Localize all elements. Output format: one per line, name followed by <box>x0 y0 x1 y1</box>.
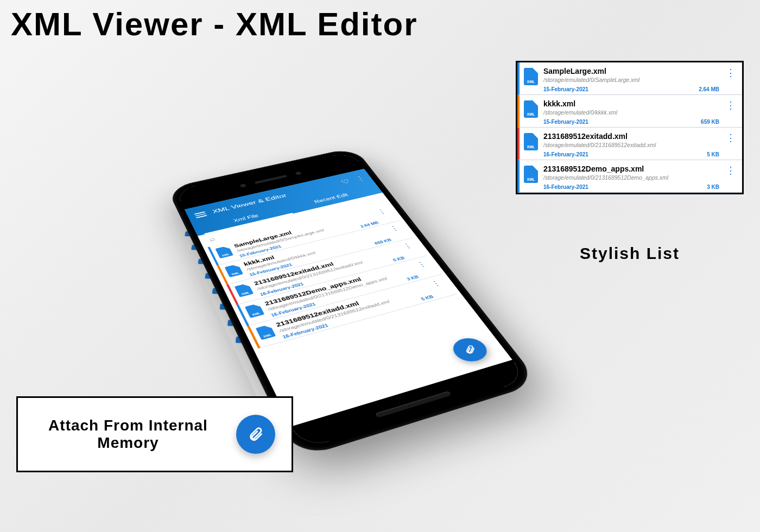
file-date: 16-February-2021 <box>282 323 329 339</box>
list-item[interactable]: 2131689512exitadd.xml /storage/emulated/… <box>517 128 742 160</box>
file-path: /storage/emulated/0/2131689512exitadd.xm… <box>278 288 430 333</box>
file-path: /storage/emulated/0/kkkk.xml <box>543 109 719 116</box>
file-path: /storage/emulated/0/2131689512Demo_apps.… <box>267 269 416 312</box>
list-item[interactable]: kkkk.xml /storage/emulated/0/kkkk.xml 15… <box>517 95 742 128</box>
stylish-list-panel: SampleLarge.xml /storage/emulated/0/Samp… <box>516 61 744 194</box>
row-menu-icon[interactable]: ⋮ <box>725 99 736 111</box>
file-size: 659 KB <box>701 119 719 125</box>
row-menu-icon[interactable]: ⋮ <box>387 224 401 233</box>
file-path: /storage/emulated/0/SampleLarge.xml <box>543 77 719 83</box>
file-path: /storage/emulated/0/2131689512exitadd.xm… <box>543 142 719 148</box>
stylish-list-caption: Stylish List <box>532 244 727 263</box>
file-size: 3 KB <box>406 275 420 281</box>
list-item[interactable]: SampleLarge.xml /storage/emulated/0/Samp… <box>517 62 742 95</box>
file-name: SampleLarge.xml <box>543 67 719 75</box>
row-menu-icon[interactable]: ⋮ <box>725 164 736 176</box>
attach-callout-fab[interactable] <box>236 415 275 454</box>
xml-file-icon <box>245 303 264 318</box>
row-menu-icon[interactable]: ⋮ <box>428 278 443 288</box>
file-size: 3 KB <box>707 184 719 190</box>
search-icon: ⌕ <box>208 236 217 243</box>
file-name: kkkk.xml <box>543 99 719 108</box>
paperclip-icon <box>248 426 264 442</box>
file-date: 15-February-2021 <box>543 86 588 92</box>
attach-callout-text: Attach From Internal Memory <box>34 417 222 452</box>
xml-file-icon <box>256 324 276 340</box>
xml-file-icon <box>524 133 538 150</box>
list-item[interactable]: 2131689512exitadd.xml /storage/emulated/… <box>247 275 457 349</box>
xml-file-icon <box>225 264 243 277</box>
xml-file-icon <box>215 245 233 258</box>
file-date: 16-February-2021 <box>259 282 305 296</box>
file-date: 15-February-2021 <box>543 119 588 125</box>
file-name: 2131689512Demo_apps.xml <box>543 164 719 173</box>
xml-file-icon <box>235 283 254 297</box>
xml-file-icon <box>524 100 538 118</box>
list-item[interactable]: 2131689512Demo_apps.xml /storage/emulate… <box>517 160 742 193</box>
row-menu-icon[interactable]: ⋮ <box>725 67 736 79</box>
menu-icon[interactable] <box>194 212 207 218</box>
xml-file-icon <box>524 68 538 85</box>
file-name: 2131689512exitadd.xml <box>543 132 719 141</box>
file-name: 2131689512exitadd.xml <box>275 283 427 328</box>
file-date: 16-February-2021 <box>270 302 316 318</box>
row-menu-icon[interactable]: ⋮ <box>414 259 428 269</box>
favorite-icon[interactable]: ♡ <box>339 178 352 185</box>
file-size: 2.64 MB <box>699 86 719 92</box>
row-menu-icon[interactable]: ⋮ <box>400 242 415 251</box>
xml-file-icon <box>524 166 538 183</box>
attach-callout: Attach From Internal Memory <box>16 396 293 472</box>
file-date: 16-February-2021 <box>543 151 588 157</box>
file-path: /storage/emulated/0/2131689512Demo_apps.… <box>543 174 719 181</box>
file-size: 5 KB <box>420 295 434 302</box>
phone-hardware-bottom <box>292 360 528 449</box>
overflow-menu-icon[interactable]: ⋮ <box>353 174 366 182</box>
page-title: XML Viewer - XML Editor <box>11 5 417 43</box>
paperclip-icon <box>461 344 479 356</box>
row-menu-icon[interactable]: ⋮ <box>375 208 388 216</box>
row-menu-icon[interactable]: ⋮ <box>725 132 736 144</box>
file-size: 5 KB <box>707 151 719 157</box>
attach-fab[interactable] <box>447 335 492 365</box>
file-date: 16-February-2021 <box>543 184 588 190</box>
